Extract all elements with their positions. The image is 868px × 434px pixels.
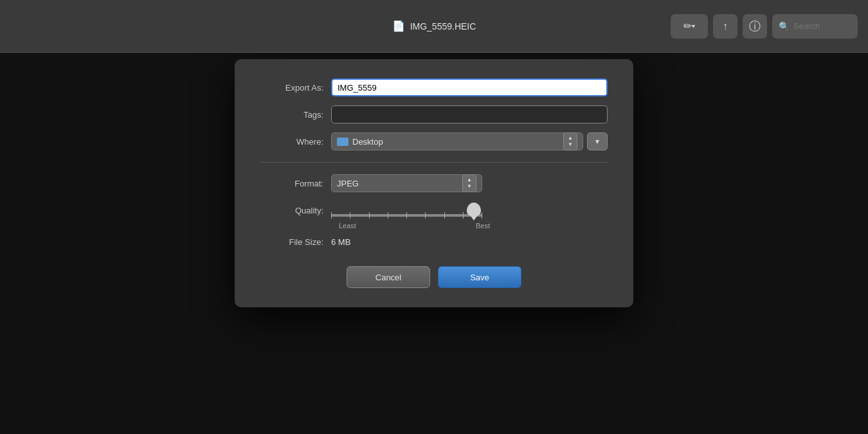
filesize-value: 6 MB <box>331 237 350 247</box>
tags-input[interactable] <box>331 105 608 123</box>
quality-labels-row: Least Best <box>339 222 490 230</box>
tick-1 <box>331 212 332 219</box>
dialog-overlay: Export As: Tags: Where: Desktop ▲ ▼ <box>0 53 868 434</box>
save-button[interactable]: Save <box>438 266 521 288</box>
export-dialog: Export As: Tags: Where: Desktop ▲ ▼ <box>235 59 633 307</box>
export-as-input[interactable] <box>331 78 608 96</box>
edit-tool-button[interactable]: ✏ ▾ <box>671 14 708 39</box>
expand-button[interactable]: ▾ <box>587 132 608 150</box>
share-button[interactable]: ↑ <box>713 14 737 39</box>
where-label: Where: <box>260 137 331 147</box>
export-as-label: Export As: <box>260 83 331 93</box>
window-title: 📄 IMG_5559.HEIC <box>392 20 476 32</box>
tick-9 <box>482 212 482 219</box>
format-stepper[interactable]: ▲ ▼ <box>462 174 476 192</box>
where-value-text: Desktop <box>352 137 559 147</box>
tick-5 <box>406 212 407 219</box>
titlebar: 📄 IMG_5559.HEIC ✏ ▾ ↑ ⓘ 🔍 <box>0 0 868 53</box>
quality-slider-track[interactable] <box>331 214 482 217</box>
stepper-up-icon: ▲ <box>568 136 573 141</box>
where-select[interactable]: Desktop ▲ ▼ <box>331 132 583 150</box>
quality-best-label: Best <box>476 222 490 230</box>
format-row: Format: JPEG ▲ ▼ <box>260 174 608 192</box>
format-value-text: JPEG <box>337 179 457 188</box>
stepper-down-icon: ▼ <box>568 142 573 147</box>
dialog-buttons: Cancel Save <box>260 266 608 288</box>
tick-6 <box>425 212 426 219</box>
format-stepper-up-icon: ▲ <box>467 177 472 183</box>
tick-4 <box>388 212 388 219</box>
info-icon: ⓘ <box>749 19 761 34</box>
where-row: Where: Desktop ▲ ▼ ▾ <box>260 132 608 150</box>
tags-row: Tags: <box>260 105 608 123</box>
chevron-down-icon: ▾ <box>595 137 599 146</box>
tags-label: Tags: <box>260 110 331 120</box>
desktop-folder-icon <box>337 138 348 146</box>
share-icon: ↑ <box>723 21 728 32</box>
info-button[interactable]: ⓘ <box>743 14 767 39</box>
quality-slider-thumb[interactable] <box>467 203 481 221</box>
thumb-shape <box>467 203 481 217</box>
format-select[interactable]: JPEG ▲ ▼ <box>331 174 482 192</box>
edit-icon: ✏ <box>683 20 692 32</box>
filesize-label: File Size: <box>260 237 331 247</box>
filesize-row: File Size: 6 MB <box>260 237 608 247</box>
file-icon: 📄 <box>392 20 405 32</box>
search-input[interactable] <box>793 21 851 31</box>
tick-7 <box>444 212 445 219</box>
export-as-row: Export As: <box>260 78 608 96</box>
quality-row: Quality: <box>260 204 608 217</box>
tick-3 <box>369 212 370 219</box>
where-stepper[interactable]: ▲ ▼ <box>563 132 577 150</box>
chevron-down-icon: ▾ <box>692 23 695 30</box>
toolbar: ✏ ▾ ↑ ⓘ 🔍 <box>671 14 858 39</box>
window-title-text: IMG_5559.HEIC <box>410 21 476 32</box>
cancel-button[interactable]: Cancel <box>347 266 430 288</box>
tick-2 <box>350 212 350 219</box>
quality-slider-container <box>331 204 482 217</box>
where-container: Desktop ▲ ▼ ▾ <box>331 132 608 150</box>
slider-ticks <box>331 212 482 219</box>
search-icon: 🔍 <box>779 21 790 32</box>
quality-least-label: Least <box>339 222 356 230</box>
search-box[interactable]: 🔍 <box>772 14 858 39</box>
section-divider <box>260 162 608 163</box>
format-stepper-down-icon: ▼ <box>467 184 472 189</box>
format-label: Format: <box>260 179 331 188</box>
tick-8 <box>463 212 464 219</box>
quality-label: Quality: <box>260 206 331 215</box>
